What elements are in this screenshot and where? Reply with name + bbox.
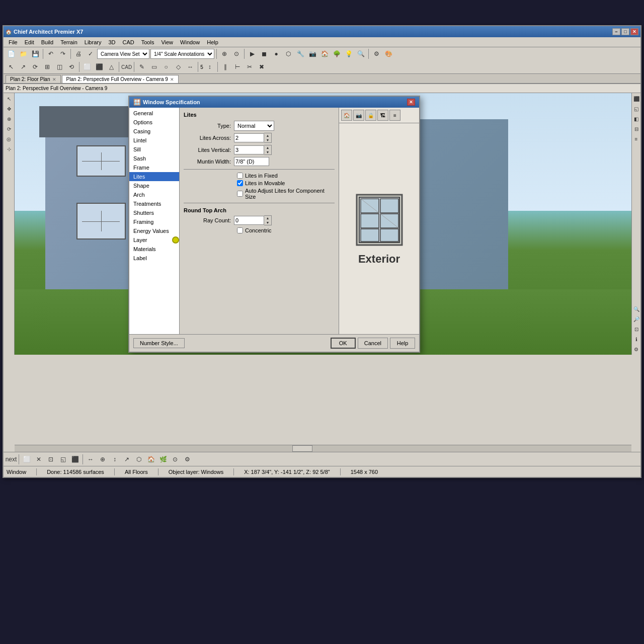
nav-materials[interactable]: Materials xyxy=(129,245,179,254)
bottom-tb-12[interactable]: 🌿 xyxy=(157,454,169,465)
auto-adjust-checkbox[interactable] xyxy=(237,191,243,197)
tb2-12[interactable]: ○ xyxy=(160,61,172,72)
nav-layer[interactable]: Layer xyxy=(129,235,179,245)
menu-window[interactable]: Window xyxy=(177,38,203,46)
open-button[interactable]: 📁 xyxy=(18,48,29,59)
bottom-tb-3[interactable]: ⊡ xyxy=(45,454,56,465)
undo-button[interactable]: ↶ xyxy=(45,48,56,59)
new-button[interactable]: 📄 xyxy=(6,48,17,59)
tool-1[interactable]: ⊕ xyxy=(219,48,230,59)
tool-8[interactable]: 📷 xyxy=(307,48,318,59)
check-button[interactable]: ✓ xyxy=(85,48,96,59)
tool-13[interactable]: ⚙ xyxy=(371,48,382,59)
tool-12[interactable]: 🔍 xyxy=(355,48,366,59)
concentric-checkbox[interactable] xyxy=(237,227,243,233)
save-button[interactable]: 💾 xyxy=(30,48,41,59)
tb2-4[interactable]: ⊞ xyxy=(42,61,53,72)
tb2-6[interactable]: ⟲ xyxy=(66,61,77,72)
nav-sill[interactable]: Sill xyxy=(129,145,179,154)
cancel-button[interactable]: Cancel xyxy=(358,338,388,349)
lites-vertical-down[interactable]: ▼ xyxy=(264,150,271,154)
preview-btn-2[interactable]: 📷 xyxy=(353,110,364,121)
tb2-16[interactable]: ∥ xyxy=(220,61,231,72)
bottom-tb-5[interactable]: ⬛ xyxy=(69,454,80,465)
tool-14[interactable]: 🎨 xyxy=(383,48,394,59)
preview-btn-4[interactable]: 🏗 xyxy=(377,110,388,121)
bottom-tb-11[interactable]: 🏠 xyxy=(145,454,156,465)
menu-build[interactable]: Build xyxy=(38,38,56,46)
tb2-2[interactable]: ↗ xyxy=(18,61,29,72)
nav-shape[interactable]: Shape xyxy=(129,181,179,190)
nav-arch[interactable]: Arch xyxy=(129,190,179,199)
nav-treatments[interactable]: Treatments xyxy=(129,199,179,208)
preview-btn-3[interactable]: 🔒 xyxy=(365,110,376,121)
menu-terrain[interactable]: Terrain xyxy=(57,38,80,46)
nav-framing[interactable]: Framing xyxy=(129,217,179,226)
nav-frame[interactable]: Frame xyxy=(129,163,179,172)
tb2-8[interactable]: ⬛ xyxy=(94,61,105,72)
bottom-tb-13[interactable]: ⊙ xyxy=(170,454,181,465)
tb2-13[interactable]: ◇ xyxy=(173,61,184,72)
dialog-close-button[interactable]: ✕ xyxy=(407,99,415,106)
menu-tools[interactable]: Tools xyxy=(138,38,157,46)
lites-in-fixed-checkbox[interactable] xyxy=(237,173,243,179)
tb2-17[interactable]: ⊢ xyxy=(232,61,243,72)
minimize-button[interactable]: − xyxy=(612,28,620,35)
menu-help[interactable]: Help xyxy=(204,38,221,46)
tool-5[interactable]: ● xyxy=(271,48,282,59)
bottom-tb-4[interactable]: ◱ xyxy=(57,454,68,465)
nav-options[interactable]: Options xyxy=(129,118,179,127)
scale-dropdown[interactable]: 1/4" Scale Annotations xyxy=(150,49,214,59)
nav-label[interactable]: Label xyxy=(129,254,179,263)
lites-across-up[interactable]: ▲ xyxy=(264,133,271,138)
tb2-15[interactable]: ↕ xyxy=(204,61,215,72)
nav-casing[interactable]: Casing xyxy=(129,127,179,136)
nav-shutters[interactable]: Shutters xyxy=(129,208,179,217)
tb2-3[interactable]: ⟳ xyxy=(30,61,41,72)
nav-lintel[interactable]: Lintel xyxy=(129,136,179,145)
tb2-11[interactable]: ▭ xyxy=(148,61,159,72)
nav-general[interactable]: General xyxy=(129,109,179,118)
bottom-tb-1[interactable]: ⬜ xyxy=(21,454,32,465)
tb2-10[interactable]: ✎ xyxy=(136,61,147,72)
print-button[interactable]: 🖨 xyxy=(73,48,84,59)
bottom-tb-next[interactable]: next xyxy=(6,454,17,465)
tab-floor-plan-close[interactable]: ✕ xyxy=(52,77,56,82)
bottom-tb-9[interactable]: ↗ xyxy=(121,454,132,465)
lites-across-down[interactable]: ▼ xyxy=(264,138,271,142)
ray-count-up[interactable]: ▲ xyxy=(264,216,271,220)
preview-btn-1[interactable]: 🏠 xyxy=(341,110,352,121)
lites-vertical-input[interactable] xyxy=(234,145,264,154)
redo-button[interactable]: ↷ xyxy=(57,48,68,59)
tool-2[interactable]: ⊙ xyxy=(231,48,242,59)
ok-button[interactable]: OK xyxy=(331,338,356,349)
scrollbar-thumb[interactable] xyxy=(292,445,312,452)
menu-3d[interactable]: 3D xyxy=(105,38,118,46)
menu-library[interactable]: Library xyxy=(82,38,105,46)
number-style-button[interactable]: Number Style... xyxy=(133,338,185,348)
tb2-1[interactable]: ↖ xyxy=(6,61,17,72)
ray-count-input[interactable] xyxy=(234,216,264,225)
bottom-tb-8[interactable]: ↕ xyxy=(109,454,120,465)
bottom-tb-7[interactable]: ⊕ xyxy=(97,454,108,465)
tool-4[interactable]: ◼ xyxy=(259,48,270,59)
maximize-button[interactable]: □ xyxy=(621,28,629,35)
tab-camera9-close[interactable]: ✕ xyxy=(170,77,174,82)
menu-view[interactable]: View xyxy=(158,38,176,46)
tool-7[interactable]: 🔧 xyxy=(295,48,306,59)
tool-9[interactable]: 🏠 xyxy=(319,48,330,59)
tb2-5[interactable]: ◫ xyxy=(54,61,65,72)
close-button[interactable]: ✕ xyxy=(630,28,638,35)
tool-10[interactable]: 🌳 xyxy=(331,48,342,59)
menu-file[interactable]: File xyxy=(6,38,21,46)
type-select[interactable]: Normal Diamond Prairie Craftsman xyxy=(234,121,274,131)
ray-count-down[interactable]: ▼ xyxy=(264,220,271,225)
camera-view-dropdown[interactable]: Camera View Set xyxy=(97,49,149,59)
tb2-9[interactable]: △ xyxy=(106,61,117,72)
tool-11[interactable]: 💡 xyxy=(343,48,354,59)
scrollbar-track[interactable] xyxy=(15,445,631,452)
help-button[interactable]: Help xyxy=(390,338,415,349)
tab-camera9[interactable]: Plan 2: Perspective Full Overview - Came… xyxy=(62,75,179,83)
lites-in-movable-checkbox[interactable] xyxy=(237,180,243,186)
lites-vertical-up[interactable]: ▲ xyxy=(264,145,271,150)
